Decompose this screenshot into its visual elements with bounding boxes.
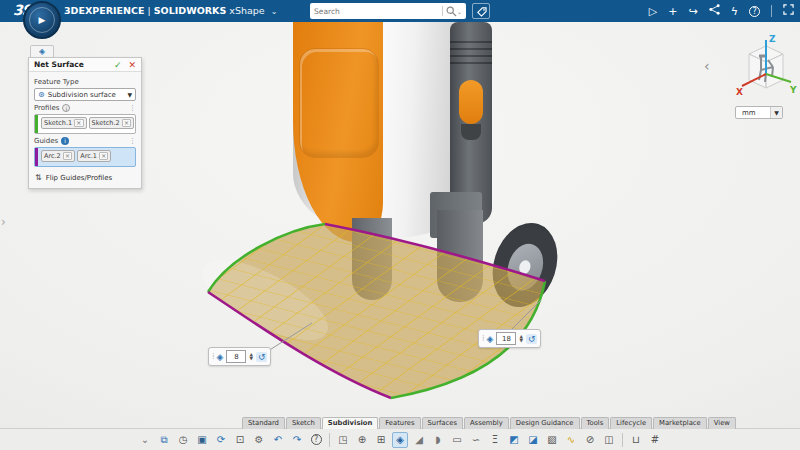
guide-chip[interactable]: Arc.1 × xyxy=(77,150,111,162)
app-title[interactable]: 3DEXPERIENCE | SOLIDWORKS xShape ⌄ xyxy=(64,0,277,22)
screenshot-icon[interactable]: ⊡ xyxy=(232,432,248,448)
feature-type-dropdown[interactable]: ⊛ Subdivision surface ▼ xyxy=(34,88,136,101)
stepper-right[interactable]: ▲ ▼ xyxy=(519,335,522,343)
toolbar-overflow-icon[interactable]: ⌄ xyxy=(137,432,153,448)
brand-label: 3DEXPERIENCE xyxy=(64,5,145,16)
step-down-icon[interactable]: ▼ xyxy=(519,339,522,343)
profiles-menu-icon[interactable]: ⋮ xyxy=(129,104,136,112)
cage-deform-icon[interactable]: # xyxy=(647,432,663,448)
settings-gear-icon[interactable]: ⚙ xyxy=(251,432,267,448)
subdivision-count-input-left[interactable] xyxy=(226,350,246,363)
history-icon[interactable]: ◷ xyxy=(175,432,191,448)
knit-surface-icon[interactable]: ◪ xyxy=(525,432,541,448)
loft-icon[interactable]: ◗ xyxy=(430,432,446,448)
tab-assembly[interactable]: Assembly xyxy=(464,417,509,429)
tab-features[interactable]: Features xyxy=(379,417,420,429)
search-scope-chevron-icon[interactable]: ⌄ xyxy=(457,8,462,15)
model-wheel[interactable] xyxy=(482,215,568,316)
freestyle-curve-icon[interactable]: ∽ xyxy=(468,432,484,448)
confirm-button[interactable]: ✓ xyxy=(114,60,122,70)
net-surface-icon[interactable]: ◈ xyxy=(392,432,408,448)
profiles-info-icon[interactable]: i xyxy=(62,104,70,112)
help-icon[interactable]: ? xyxy=(308,432,324,448)
view-triad[interactable]: Z X Y xyxy=(735,32,797,110)
thicken-icon[interactable]: ▧ xyxy=(544,432,560,448)
undo-icon[interactable]: ↶ xyxy=(270,432,286,448)
flip-guides-profiles-button[interactable]: ⇅ Flip Guides/Profiles xyxy=(34,170,136,183)
guides-selection-box[interactable]: Arc.2 × Arc.1 × xyxy=(34,147,136,167)
fullscreen-icon[interactable] xyxy=(783,4,794,18)
copy-design-icon[interactable]: ⧉ xyxy=(156,432,172,448)
collapse-panel-chevron-icon[interactable]: ‹ xyxy=(704,58,710,74)
tab-subdivision[interactable]: Subdivision xyxy=(322,417,378,429)
model-orange-button[interactable] xyxy=(459,80,483,124)
app-menu-chevron-icon[interactable]: ⌄ xyxy=(271,7,278,16)
share-network-icon[interactable] xyxy=(709,4,720,18)
share-forward-icon[interactable]: ↪ xyxy=(689,5,698,18)
units-dropdown[interactable]: mm ▼ xyxy=(735,106,783,119)
chip-remove-icon[interactable]: × xyxy=(74,119,83,127)
split-surface-icon[interactable]: ◫ xyxy=(601,432,617,448)
toolbar-divider xyxy=(622,433,623,447)
help-icon[interactable]: ? xyxy=(749,6,760,17)
model-left-leg[interactable] xyxy=(352,218,392,300)
flex-icon[interactable]: ∿ xyxy=(563,432,579,448)
profiles-label-row: Profiles i ⋮ xyxy=(34,104,136,112)
plane-primitive-icon[interactable]: ⊞ xyxy=(373,432,389,448)
extend-surface-icon[interactable]: ◳ xyxy=(335,432,351,448)
fill-surface-icon[interactable]: ◩ xyxy=(506,432,522,448)
trim-profiles-icon[interactable]: Ξ xyxy=(487,432,503,448)
lightning-icon[interactable]: ϟ xyxy=(731,5,738,18)
dialog-header[interactable]: Net Surface ✓ ✕ xyxy=(29,58,141,72)
profiles-selection-box[interactable]: Sketch.1 × Sketch.2 × xyxy=(34,114,136,134)
topbar-actions: ▷ + ↪ ϟ ? xyxy=(649,0,794,22)
guides-label-row: Guides i ⋮ xyxy=(34,137,136,145)
tab-design-guidance[interactable]: Design Guidance xyxy=(510,417,580,429)
redo-icon[interactable]: ↷ xyxy=(289,432,305,448)
chip-remove-icon[interactable]: × xyxy=(63,152,72,160)
sphere-primitive-icon[interactable]: ⊕ xyxy=(354,432,370,448)
tag-button[interactable] xyxy=(472,3,490,19)
boundary-surface-icon[interactable]: ▭ xyxy=(449,432,465,448)
model-right-leg[interactable] xyxy=(437,210,483,302)
guides-menu-icon[interactable]: ⋮ xyxy=(129,137,136,145)
cancel-button[interactable]: ✕ xyxy=(128,60,136,70)
subdivision-count-input-right[interactable] xyxy=(496,332,516,345)
tab-sketch[interactable]: Sketch xyxy=(286,417,321,429)
save-icon[interactable]: ▣ xyxy=(194,432,210,448)
chip-label: Arc.1 xyxy=(80,152,97,160)
net-surface-dialog: Net Surface ✓ ✕ Feature Type ⊛ Subdivisi… xyxy=(28,57,142,189)
search-input[interactable] xyxy=(314,7,439,16)
top-bar: 3S 3DEXPERIENCE | SOLIDWORKS xShape ⌄ ⌄ … xyxy=(0,0,800,22)
chip-remove-icon[interactable]: × xyxy=(99,152,108,160)
drag-handle-icon[interactable]: ⁞ xyxy=(482,334,484,343)
chip-remove-icon[interactable]: × xyxy=(122,119,131,127)
expand-left-panel-chevron-icon[interactable]: › xyxy=(1,215,6,229)
stepper-left[interactable]: ▲ ▼ xyxy=(249,353,252,361)
tab-marketplace[interactable]: Marketplace xyxy=(653,417,707,429)
search-icon[interactable] xyxy=(446,6,457,17)
tab-lifecycle[interactable]: Lifecycle xyxy=(610,417,652,429)
profile-chip[interactable]: Sketch.1 × xyxy=(41,117,87,129)
reset-icon[interactable]: ↺ xyxy=(256,352,268,362)
search-box[interactable]: ⌄ xyxy=(310,3,466,19)
model-orange-pocket[interactable] xyxy=(299,48,379,158)
play-icon[interactable]: ▷ xyxy=(649,5,657,18)
sweep-icon[interactable]: ◢ xyxy=(411,432,427,448)
refresh-icon[interactable]: ⟳ xyxy=(213,432,229,448)
3dexperience-compass-badge[interactable]: ▶ xyxy=(23,1,61,39)
guides-info-icon[interactable]: i xyxy=(61,137,69,145)
trim-surface-icon[interactable]: ⊘ xyxy=(582,432,598,448)
shell-icon[interactable]: ⊔ xyxy=(628,432,644,448)
reset-icon[interactable]: ↺ xyxy=(526,334,538,344)
tab-surfaces[interactable]: Surfaces xyxy=(422,417,463,429)
surface-highlight xyxy=(191,244,339,356)
profile-chip[interactable]: Sketch.2 × xyxy=(89,117,135,129)
tab-standard[interactable]: Standard xyxy=(242,417,285,429)
guide-chip[interactable]: Arc.2 × xyxy=(41,150,75,162)
step-down-icon[interactable]: ▼ xyxy=(249,357,252,361)
tab-tools[interactable]: Tools xyxy=(581,417,610,429)
drag-handle-icon[interactable]: ⁞ xyxy=(212,352,214,361)
add-icon[interactable]: + xyxy=(668,5,677,18)
tab-view[interactable]: View xyxy=(708,417,736,429)
